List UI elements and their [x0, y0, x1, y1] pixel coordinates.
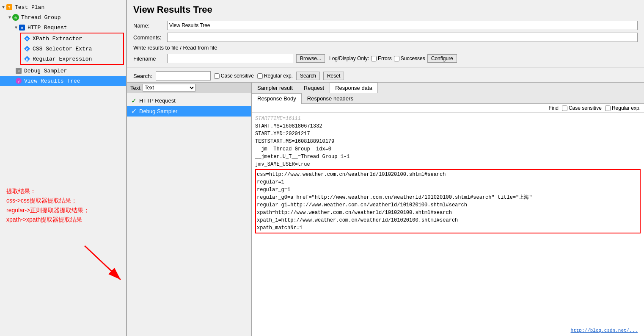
content-line-1: START.MS=1608180671332 [255, 122, 641, 130]
find-case-sensitive-label[interactable]: Case sensitive [562, 105, 602, 111]
find-regular-exp-label[interactable]: Regular exp. [605, 105, 641, 111]
search-input[interactable] [156, 71, 211, 81]
name-row: Name: [127, 19, 644, 31]
configure-button[interactable]: Configure [427, 54, 457, 63]
tab-sampler-result[interactable]: Sampler result [252, 83, 298, 93]
extractors-box: X XPath Extractor C CSS Selector Extra R [20, 33, 124, 65]
content-line-14: xpath_matchNr=1 [257, 224, 639, 232]
find-regular-exp-checkbox[interactable] [605, 106, 611, 111]
comments-row: Comments: [127, 31, 644, 43]
search-button[interactable]: Search [296, 72, 320, 80]
highlighted-content-box: css=http://www.weather.com.cn/weatherld/… [255, 169, 641, 233]
errors-label: Errors [378, 56, 392, 61]
filename-label: Filename [133, 56, 167, 62]
search-label: Search: [133, 73, 152, 79]
svg-text:T: T [8, 6, 11, 9]
svg-text:⊙: ⊙ [14, 16, 17, 20]
content-line-5: __jmeter.U_T__=Thread Group 1-1 [255, 153, 641, 161]
comments-input[interactable] [167, 33, 638, 42]
svg-text:X: X [26, 37, 28, 41]
subtab-response-headers[interactable]: Response headers [302, 93, 359, 103]
subtab-response-body[interactable]: Response Body [252, 93, 302, 104]
http-request-icon: H [18, 24, 26, 31]
name-input[interactable] [167, 21, 638, 30]
tree-item-http-request[interactable]: ▼ H HTTP Request [0, 22, 126, 33]
regular-exp-label[interactable]: Regular exp. [257, 73, 293, 79]
tree-item-view-results-tree[interactable]: V View Results Tree [0, 76, 126, 86]
successes-checkbox[interactable] [394, 56, 399, 61]
case-sensitive-label[interactable]: Case sensitive [214, 73, 254, 79]
reset-button[interactable]: Reset [323, 72, 344, 80]
svg-text:C: C [26, 47, 28, 51]
tree-item-label: Regular Expression [33, 56, 92, 62]
name-label: Name: [133, 22, 167, 29]
log-display-label: Log/Display Only: [329, 56, 369, 61]
content-line-13: xpath_1=http://www.weather.com.cn/weathe… [257, 217, 639, 224]
debug-sampler-icon: D [15, 67, 22, 75]
content-area: Text Text RegExp Tester XPath Tester JSO… [127, 82, 644, 336]
content-line-9: regular_g=1 [257, 186, 639, 194]
tree-item-label: HTTP Request [28, 25, 67, 31]
svg-text:R: R [26, 58, 28, 61]
comments-label: Comments: [133, 34, 167, 41]
tree-item-regular-expression[interactable]: R Regular Expression [21, 54, 123, 64]
divider [127, 67, 644, 67]
xpath-extractor-icon: X [23, 35, 31, 42]
success-icon: ✓ [131, 107, 137, 115]
filename-input[interactable] [167, 54, 294, 63]
tab-response-data[interactable]: Response data [330, 83, 377, 93]
response-panel: Sampler result Request Response data Res… [252, 83, 644, 336]
find-case-sensitive-checkbox[interactable] [562, 106, 567, 111]
result-item-http[interactable]: ✓ HTTP Request [127, 95, 251, 106]
write-results-label: Write results to file / Read from file [133, 44, 217, 51]
write-results-row: Write results to file / Read from file [127, 43, 644, 52]
regular-exp-checkbox[interactable] [257, 73, 263, 79]
tree-item-label: CSS Selector Extra [33, 46, 92, 52]
case-sensitive-text: Case sensitive [221, 73, 254, 79]
errors-checkbox[interactable] [371, 56, 377, 61]
content-line-3: TESTSTART.MS=1608188910179 [255, 138, 641, 145]
search-row: Search: Case sensitive Regular exp. Sear… [127, 69, 644, 82]
success-icon: ✓ [131, 97, 137, 105]
expand-icon: ▼ [8, 15, 11, 20]
log-display-section: Log/Display Only: Errors Successes Confi… [329, 54, 457, 63]
case-sensitive-checkbox[interactable] [214, 73, 220, 79]
successes-label: Successes [401, 56, 425, 61]
annotation-line3: regular->正则提取器提取结果； [6, 205, 89, 215]
errors-checkbox-label[interactable]: Errors [371, 56, 392, 61]
result-item-debug[interactable]: ✓ Debug Sampler [127, 106, 251, 117]
left-panel: ▼ T Test Plan ▼ ⊙ Thread Group ▼ H [0, 0, 127, 336]
browse-button[interactable]: Browse... [296, 54, 325, 63]
tree-item-thread-group[interactable]: ▼ ⊙ Thread Group [0, 12, 126, 22]
svg-line-17 [85, 246, 121, 280]
tab-request[interactable]: Request [298, 83, 330, 93]
successes-checkbox-label[interactable]: Successes [394, 56, 425, 61]
right-panel: View Results Tree Name: Comments: Write … [127, 0, 644, 336]
content-line-10: regular_g0=a href="http://www.weather.co… [257, 194, 639, 201]
svg-text:H: H [21, 26, 23, 30]
content-line-2: START.YMD=20201217 [255, 130, 641, 138]
result-item-label: HTTP Request [139, 97, 176, 104]
results-items: ✓ HTTP Request ✓ Debug Sampler [127, 93, 251, 336]
annotation-line1: 提取结果： [6, 186, 89, 196]
tree-item-css-selector[interactable]: C CSS Selector Extra [21, 44, 123, 54]
tree-item-debug-sampler[interactable]: D Debug Sampler [0, 66, 126, 76]
response-content: STARTTIME=16111 START.MS=1608180671332 S… [252, 113, 644, 336]
expand-icon: ▼ [15, 25, 17, 30]
annotation-line4: xpath->xpath提取器提取结果 [6, 215, 89, 224]
content-line-title: STARTTIME=16111 [255, 115, 641, 122]
tree-item-test-plan[interactable]: ▼ T Test Plan [0, 2, 126, 12]
subtabs: Response Body Response headers [252, 93, 644, 104]
panel-title: View Results Tree [127, 0, 644, 19]
view-results-tree-icon: V [15, 77, 22, 85]
results-list: Text Text RegExp Tester XPath Tester JSO… [127, 83, 252, 336]
response-toolbar: Find Case sensitive Regular exp. [252, 104, 644, 113]
tree-item-label: Test Plan [15, 4, 44, 11]
tree-item-xpath-extractor[interactable]: X XPath Extractor [21, 33, 123, 44]
tree-item-label: View Results Tree [24, 78, 80, 84]
find-regular-exp-text: Regular exp. [612, 105, 641, 111]
results-header-label: Text [130, 85, 140, 91]
annotation-line2: css->css提取器提取结果； [6, 196, 89, 205]
tree-view: ▼ T Test Plan ▼ ⊙ Thread Group ▼ H [0, 2, 126, 86]
results-type-select[interactable]: Text RegExp Tester XPath Tester JSON Pat… [143, 84, 195, 92]
